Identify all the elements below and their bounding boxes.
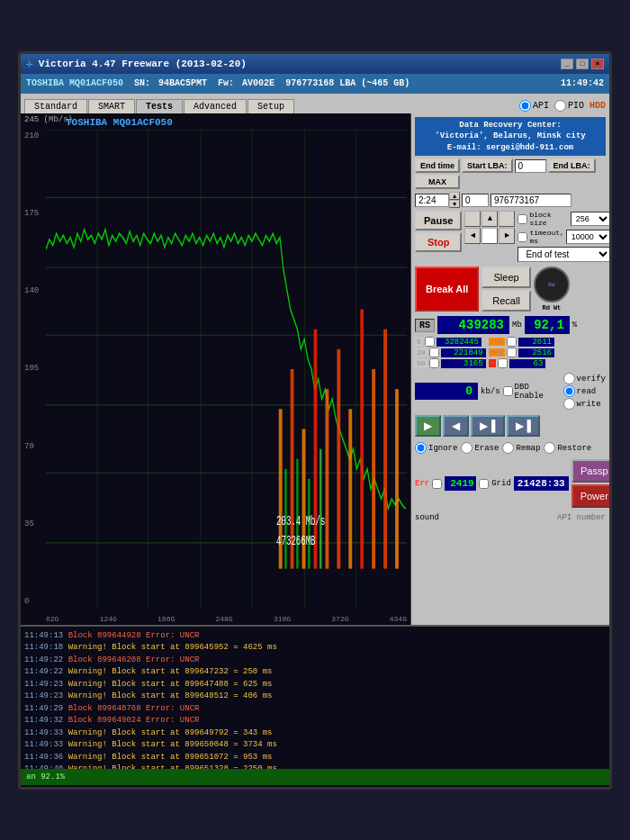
- lba-controls: End time Start LBA: End LBA: MAX: [415, 158, 606, 189]
- log-msg-6: Block 899648768 Error: UNCR: [68, 704, 200, 713]
- close-button[interactable]: ×: [591, 59, 604, 69]
- log-check-gt[interactable]: [498, 358, 508, 368]
- read-radio-label[interactable]: read: [563, 385, 606, 397]
- kbs-display: 0: [415, 383, 478, 400]
- progress-row: RS 439283 Mb 92,1 % 5 3282445: [415, 316, 606, 368]
- svg-rect-20: [360, 309, 364, 568]
- end-time-input[interactable]: [415, 194, 449, 207]
- err-check2[interactable]: [479, 479, 489, 489]
- remap-radio-label[interactable]: Remap: [502, 442, 540, 454]
- dr-email: E-mail: sergei@hdd-911.com: [418, 142, 603, 154]
- fw-label: Fw:: [218, 78, 234, 88]
- api-number-label: API number: [557, 513, 606, 522]
- back-button[interactable]: ◀: [443, 415, 469, 437]
- tab-setup[interactable]: Setup: [248, 99, 294, 113]
- lba-zero-input[interactable]: [462, 194, 489, 207]
- verify-radio-label[interactable]: verify: [563, 373, 606, 384]
- block-checkbox[interactable]: [518, 214, 527, 224]
- tab-smart[interactable]: SMART: [88, 99, 135, 113]
- svg-rect-22: [383, 329, 387, 568]
- x-label-248g: 248G: [215, 615, 232, 623]
- api-radio[interactable]: [519, 100, 531, 112]
- stop-button[interactable]: Stop: [415, 232, 462, 252]
- nav-up-right[interactable]: [499, 211, 515, 227]
- log-check-50[interactable]: [429, 358, 439, 368]
- start-lba-button[interactable]: Start LBA:: [462, 158, 513, 173]
- sn-value: 94BAC5PMT: [158, 78, 207, 88]
- tab-tests[interactable]: Tests: [136, 99, 183, 113]
- dbd-checkbox[interactable]: [503, 386, 513, 396]
- restore-label: Restore: [557, 444, 591, 453]
- bottom-status: an 92.1%: [26, 772, 65, 781]
- restore-radio[interactable]: [544, 442, 555, 454]
- pio-radio-label[interactable]: PIO: [554, 100, 584, 112]
- remap-radio[interactable]: [502, 442, 514, 454]
- tab-advanced[interactable]: Advanced: [184, 99, 247, 113]
- grid-display: 21428:33: [514, 476, 569, 491]
- log-entry-5: 11:49:23 Warning! Block start at 8996485…: [24, 691, 606, 703]
- sleep-button[interactable]: Sleep: [482, 266, 531, 288]
- log-entry-6: 11:49:29 Block 899648768 Error: UNCR: [24, 703, 606, 716]
- end-time-button[interactable]: End time: [415, 158, 460, 173]
- rd-label: Rd: [548, 282, 554, 288]
- pio-radio[interactable]: [554, 100, 566, 112]
- read-radio[interactable]: [563, 385, 575, 397]
- api-radio-label[interactable]: API: [519, 100, 549, 112]
- pause-button[interactable]: Pause: [415, 211, 462, 230]
- err-checkbox[interactable]: [432, 479, 442, 489]
- timeout-checkbox[interactable]: [518, 232, 527, 242]
- x-label-310g: 310G: [274, 615, 291, 623]
- max-button[interactable]: MAX: [415, 175, 460, 189]
- nav-left[interactable]: ◄: [464, 228, 481, 244]
- block-timeout-controls: block size 256 512 1024 timeout, ms 1000…: [518, 211, 610, 262]
- write-radio-label[interactable]: write: [563, 398, 606, 410]
- end-lba-input[interactable]: [490, 194, 572, 207]
- log-msg-9: Warning! Block start at 899650048 = 3734…: [68, 740, 277, 749]
- graph-svg: 203.4 Mb/s 473266MB: [46, 130, 407, 609]
- maximize-button[interactable]: □: [576, 59, 589, 69]
- time-spin-down[interactable]: ▼: [449, 200, 460, 208]
- timeout-select[interactable]: 10000 5000 20000: [566, 230, 611, 244]
- nav-up[interactable]: ▲: [482, 211, 498, 227]
- log-msg-4: Warning! Block start at 899647488 = 625 …: [68, 680, 273, 689]
- svg-rect-18: [337, 348, 340, 568]
- log-check-20[interactable]: [429, 348, 439, 357]
- erase-radio[interactable]: [461, 442, 472, 454]
- kbs-unit: kb/s: [481, 387, 500, 396]
- time-spin-up[interactable]: ▲: [449, 192, 460, 200]
- time-spinner-arrows: ▲ ▼: [449, 192, 460, 208]
- passp-button[interactable]: Passp: [572, 459, 612, 483]
- break-all-button[interactable]: Break All: [415, 266, 479, 312]
- y-axis-labels: 210 175 140 105 70 35 0: [24, 113, 39, 607]
- pause-stop-row: Pause Stop ▲ ◄ ► block size: [415, 211, 606, 262]
- log-check-5[interactable]: [425, 337, 435, 347]
- log-entry-10: 11:49:36 Warning! Block start at 8996510…: [24, 752, 606, 764]
- skip-button[interactable]: ▶▐: [471, 415, 505, 437]
- power-button[interactable]: Power: [572, 484, 612, 508]
- minimize-button[interactable]: _: [561, 59, 573, 69]
- block-size-select[interactable]: 256 512 1024: [571, 212, 611, 226]
- end-lba-button[interactable]: End LBA:: [548, 158, 596, 173]
- start-lba-input[interactable]: [515, 159, 546, 173]
- write-radio[interactable]: [563, 398, 575, 410]
- y-label-0: 0: [24, 597, 39, 606]
- log-time-11: 11:49:40: [24, 764, 63, 769]
- log-count-20: 221049: [441, 348, 486, 357]
- log-entry-9: 11:49:33 Warning! Block start at 8996500…: [24, 739, 606, 752]
- verify-radio[interactable]: [563, 373, 575, 384]
- tab-standard[interactable]: Standard: [24, 99, 87, 113]
- ignore-label: Ignore: [428, 444, 457, 453]
- end-of-test-select[interactable]: End of test Loop Shutdown: [518, 247, 610, 262]
- nav-right[interactable]: ►: [499, 228, 515, 244]
- nav-up-left[interactable]: [464, 211, 481, 227]
- ignore-radio[interactable]: [415, 442, 427, 454]
- recall-button[interactable]: Recall: [482, 290, 531, 312]
- erase-radio-label[interactable]: Erase: [461, 442, 499, 454]
- play-button[interactable]: ▶: [415, 415, 441, 437]
- ignore-radio-label[interactable]: Ignore: [415, 442, 457, 454]
- restore-radio-label[interactable]: Restore: [544, 442, 591, 454]
- log-check-600[interactable]: [507, 348, 517, 357]
- window-controls: _ □ ×: [561, 59, 604, 69]
- log-check-200[interactable]: [507, 337, 517, 347]
- end-button[interactable]: ▶▐: [507, 415, 541, 437]
